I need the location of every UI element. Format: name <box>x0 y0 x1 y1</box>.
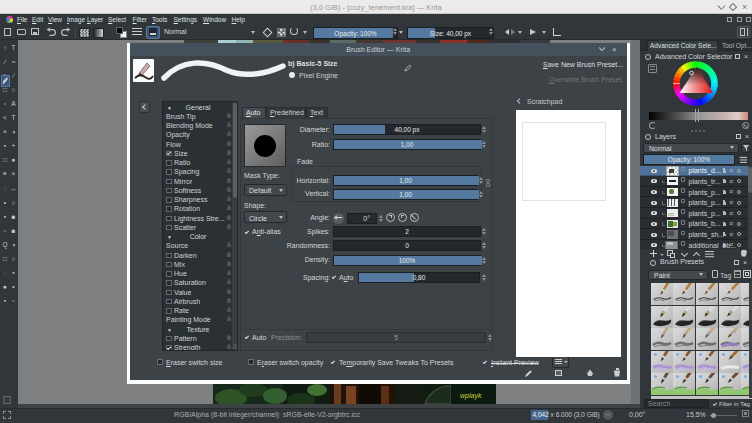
svg-text:wplayk: wplayk <box>460 392 482 400</box>
